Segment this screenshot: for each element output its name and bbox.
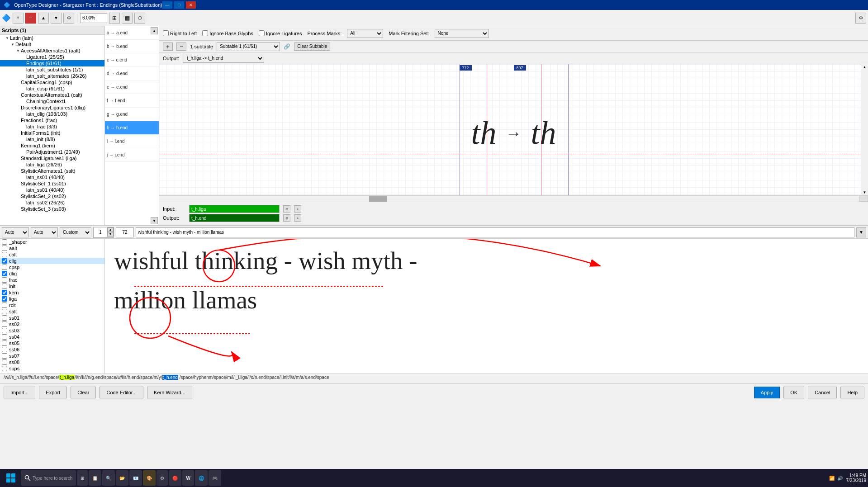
sidebar-item-1[interactable]: ▼Default — [0, 41, 104, 47]
zoom-value-input[interactable] — [116, 227, 134, 237]
clear-button[interactable]: Clear — [71, 387, 96, 398]
sidebar-item-17[interactable]: Kerning1 (kern) — [0, 142, 104, 149]
sidebar-item-14[interactable]: latn_frac (3/3) — [0, 123, 104, 130]
feature-item-15[interactable]: ss04 — [0, 334, 104, 340]
feature-item-12[interactable]: ss01 — [0, 315, 104, 321]
feature-checkbox-13[interactable] — [2, 322, 7, 327]
scroll-down-btn[interactable]: ▼ — [151, 217, 158, 224]
search-button[interactable]: Type here to search — [21, 470, 76, 486]
sidebar-item-20[interactable]: latn_liga (26/26) — [0, 161, 104, 168]
glyph-row-4[interactable]: e → e.end — [105, 80, 159, 94]
glyph-row-1[interactable]: b → b.end — [105, 40, 159, 53]
taskbar-app-8[interactable]: W — [182, 470, 194, 486]
grid-button[interactable]: ▦ — [122, 13, 133, 24]
zoom-preset-button[interactable]: ⊞ — [109, 13, 120, 24]
sidebar-item-10[interactable]: ChainingContext1 — [0, 98, 104, 104]
vertical-scrollbar[interactable]: ▲ ▼ — [861, 64, 868, 195]
export-button[interactable]: Export — [39, 387, 67, 398]
remove-subtable-btn[interactable]: − — [176, 43, 186, 51]
glyph-row-5[interactable]: f → f.end — [105, 94, 159, 108]
subtable-icon-btn[interactable]: 🔗 — [284, 43, 290, 50]
feature-checkbox-10[interactable] — [2, 303, 7, 308]
sidebar-item-16[interactable]: latn_init (8/8) — [0, 136, 104, 142]
taskbar-app-3[interactable]: 📂 — [116, 470, 128, 486]
sidebar-item-13[interactable]: Fractions1 (frac) — [0, 117, 104, 123]
minimize-button[interactable]: — — [162, 1, 172, 9]
preview-options-btn[interactable]: ▼ — [856, 227, 866, 237]
ignore-base-checkbox-input[interactable] — [202, 30, 208, 36]
feature-item-5[interactable]: dlig — [0, 270, 104, 277]
feature-checkbox-11[interactable] — [2, 309, 7, 314]
process-marks-select[interactable]: All — [347, 29, 383, 38]
new-button[interactable]: + — [13, 13, 24, 24]
task-view-button[interactable]: ⊞ — [77, 470, 88, 486]
sidebar-item-9[interactable]: ContextualAlternates1 (calt) — [0, 92, 104, 98]
glyph-row-9[interactable]: j → j.end — [105, 148, 159, 162]
feature-item-3[interactable]: clig — [0, 258, 104, 264]
output-field[interactable] — [189, 214, 280, 222]
horizontal-scrollbar[interactable] — [159, 195, 859, 202]
feature-checkbox-1[interactable] — [2, 246, 7, 251]
sidebar-item-3[interactable]: Ligature1 (25/25) — [0, 54, 104, 60]
sidebar-item-22[interactable]: latn_ss01 (40/40) — [0, 174, 104, 180]
feature-item-9[interactable]: liga — [0, 296, 104, 302]
close-button[interactable]: ✕ — [186, 1, 196, 9]
sidebar-item-23[interactable]: StylisticSet_1 (ss01) — [0, 180, 104, 187]
maximize-button[interactable]: □ — [174, 1, 184, 9]
ok-button[interactable]: OK — [783, 387, 804, 398]
feature-checkbox-7[interactable] — [2, 284, 7, 289]
mark-filtering-select[interactable]: None — [435, 29, 489, 38]
cancel-button[interactable]: Cancel — [808, 387, 837, 398]
feature-checkbox-20[interactable] — [2, 366, 7, 371]
feature-checkbox-19[interactable] — [2, 359, 7, 365]
sidebar-item-8[interactable]: latn_cpsp (61/61) — [0, 85, 104, 92]
sidebar-item-6[interactable]: latn_salt_alternates (26/26) — [0, 73, 104, 79]
feature-checkbox-6[interactable] — [2, 277, 7, 283]
feature-checkbox-0[interactable] — [2, 239, 7, 245]
import-button[interactable]: Import... — [4, 387, 35, 398]
feature-item-11[interactable]: salt — [0, 308, 104, 315]
feature-item-4[interactable]: cpsp — [0, 264, 104, 270]
sidebar-item-12[interactable]: latn_dlig (103/103) — [0, 111, 104, 117]
feature-item-6[interactable]: frac — [0, 277, 104, 283]
feature-checkbox-3[interactable] — [2, 258, 7, 264]
script-select[interactable]: Auto — [2, 227, 29, 237]
taskbar-app-4[interactable]: 📧 — [129, 470, 142, 486]
clear-subtable-btn[interactable]: Clear Subtable — [294, 43, 330, 51]
taskbar-app-5[interactable]: 🎨 — [143, 470, 156, 486]
feature-item-19[interactable]: ss08 — [0, 359, 104, 365]
code-editor-button[interactable]: Code Editor... — [100, 387, 143, 398]
feature-item-7[interactable]: init — [0, 283, 104, 289]
add-subtable-btn[interactable]: + — [163, 43, 173, 51]
feature-checkbox-14[interactable] — [2, 328, 7, 333]
feature-item-0[interactable]: _shaper — [0, 239, 104, 245]
feature-item-17[interactable]: ss06 — [0, 346, 104, 353]
sidebar-item-19[interactable]: StandardLigatures1 (liga) — [0, 155, 104, 161]
feature-item-14[interactable]: ss03 — [0, 327, 104, 334]
gear-button[interactable]: ⚙ — [855, 13, 866, 24]
sidebar-item-0[interactable]: ▼Latin (latn) — [0, 35, 104, 41]
zoom-input[interactable] — [80, 13, 107, 23]
ignore-ligatures-checkbox[interactable]: Ignore Ligatures — [259, 30, 302, 36]
sidebar-scroll[interactable]: ▼Latin (latn)▼Default▼AccessAllAlternate… — [0, 35, 104, 225]
sidebar-item-24[interactable]: latn_ss01 (40/40) — [0, 187, 104, 193]
feature-checkbox-8[interactable] — [2, 290, 7, 295]
sidebar-item-27[interactable]: StylisticSet_3 (ss03) — [0, 206, 104, 212]
sidebar-item-2[interactable]: ▼AccessAllAlternates1 (aalt) — [0, 47, 104, 54]
sidebar-item-26[interactable]: latn_ss02 (26/26) — [0, 199, 104, 206]
taskbar-clock[interactable]: 1:49 PM 7/23/2019 — [846, 473, 867, 483]
delete-button[interactable]: − — [25, 13, 36, 24]
right-to-left-checkbox[interactable]: Right to Left — [163, 30, 197, 36]
input-btn-2[interactable]: + — [294, 205, 301, 213]
sidebar-item-7[interactable]: CapitalSpacing1 (cpsp) — [0, 79, 104, 85]
feature-item-16[interactable]: ss05 — [0, 340, 104, 346]
feature-item-10[interactable]: rclt — [0, 302, 104, 308]
view-button[interactable]: ⬡ — [134, 13, 145, 24]
output-btn-1[interactable]: ⊕ — [283, 214, 290, 222]
sidebar-item-21[interactable]: StylisticAlternates1 (salt) — [0, 168, 104, 174]
number-input[interactable] — [94, 227, 107, 237]
ignore-lig-checkbox-input[interactable] — [259, 30, 265, 36]
help-button[interactable]: Help — [840, 387, 864, 398]
feature-item-20[interactable]: sups — [0, 365, 104, 372]
settings-button[interactable]: ⚙ — [63, 13, 74, 24]
